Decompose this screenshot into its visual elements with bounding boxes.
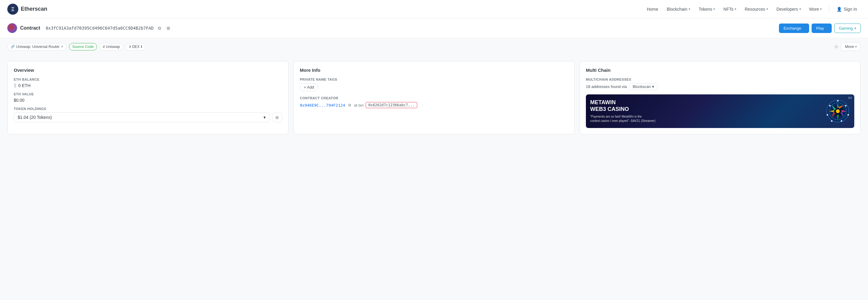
token-holdings-dropdown[interactable]: $1.04 (20 Tokens) ▾ — [14, 112, 270, 122]
nav-blockchain[interactable]: Blockchain ▾ — [663, 4, 694, 14]
tags-list: 🔗 Uniswap: Universal Router ↗ Source Cod… — [7, 43, 146, 50]
ad-label: Ad — [848, 96, 852, 100]
multichain-addresses-label: MULTICHAIN ADDRESSES — [586, 78, 854, 81]
svg-point-8 — [847, 114, 849, 116]
star-button[interactable]: ☆ — [834, 44, 838, 50]
info-icon: ℹ — [141, 45, 142, 49]
account-icon: 👤 — [837, 7, 842, 11]
svg-point-9 — [841, 120, 842, 122]
contract-action-buttons: Exchange ▾ Play ▾ Gaming ▾ — [779, 24, 861, 33]
logo[interactable]: Ξ Etherscan — [7, 4, 47, 15]
tag-uniswap-router[interactable]: 🔗 Uniswap: Universal Router ↗ — [7, 43, 66, 50]
sign-in-button[interactable]: 👤 Sign In — [833, 4, 861, 14]
tags-row: 🔗 Uniswap: Universal Router ↗ Source Cod… — [0, 38, 868, 55]
svg-point-11 — [827, 114, 828, 116]
at-txn-label: at txn — [354, 103, 364, 108]
gaming-button[interactable]: Gaming ▾ — [834, 24, 861, 33]
eth-balance-value: Ξ 0 ETH — [14, 83, 282, 88]
chevron-down-icon: ▾ — [264, 115, 266, 120]
eth-value-value: $0.00 — [14, 98, 282, 103]
grid-icon: ⊞ — [275, 115, 279, 120]
eth-value-label: ETH VALUE — [14, 92, 282, 96]
chevron-down-icon: ▾ — [826, 27, 827, 30]
multi-chain-card: Multi Chain MULTICHAIN ADDRESSES 18 addr… — [580, 61, 861, 134]
svg-point-12 — [829, 105, 831, 107]
contract-label: Contract — [20, 25, 40, 31]
contract-avatar — [7, 23, 17, 33]
nav-nfts[interactable]: NFTs ▾ — [720, 4, 740, 14]
more-button[interactable]: More ▾ — [841, 43, 861, 51]
token-holdings-label: TOKEN HOLDINGS — [14, 107, 282, 111]
ad-subtitle: "Payments are so fast! MetaWin is thecoo… — [590, 114, 823, 123]
contract-info: Contract 0x3fC91A3afd70395Cd496C647d5a6C… — [7, 23, 172, 33]
ad-banner[interactable]: Ad METAWINWEB3 CASINO "Payments are so f… — [586, 94, 854, 128]
blockscan-dropdown[interactable]: Blockscan ▾ — [629, 83, 657, 90]
svg-point-6 — [837, 100, 839, 102]
svg-point-7 — [845, 105, 847, 107]
chevron-down-icon: ▾ — [799, 7, 801, 11]
qr-code-button[interactable]: ⊞ — [165, 24, 172, 32]
ad-casino-image — [826, 99, 850, 124]
chevron-down-icon: ▾ — [820, 7, 822, 11]
multichain-row: 18 addresses found via Blockscan ▾ — [586, 83, 854, 90]
txn-hash[interactable]: 0x8262d7c12366abc7... — [366, 102, 417, 108]
creator-address-link[interactable]: 0x946E9C...794F2124 — [300, 103, 345, 108]
tag-uniswap-hash[interactable]: # Uniswap — [99, 43, 123, 50]
chevron-down-icon: ▾ — [803, 27, 805, 30]
ad-text-area: METAWINWEB3 CASINO "Payments are so fast… — [590, 99, 823, 123]
logo-text: Etherscan — [21, 6, 47, 12]
chevron-down-icon: ▾ — [652, 84, 654, 89]
token-holdings-row: $1.04 (20 Tokens) ▾ ⊞ — [14, 112, 282, 122]
copy-creator-button[interactable]: ⧉ — [347, 102, 352, 108]
private-name-tags-label: PRIVATE NAME TAGS — [300, 78, 568, 81]
svg-text:Ξ: Ξ — [11, 7, 14, 12]
contract-creator-label: CONTRACT CREATOR — [300, 96, 568, 100]
overview-title: Overview — [14, 67, 282, 73]
svg-point-5 — [836, 109, 840, 113]
tag-source-code[interactable]: Source Code — [69, 43, 97, 50]
external-link-icon: ↗ — [61, 45, 63, 48]
more-info-title: More Info — [300, 67, 568, 73]
multi-chain-title: Multi Chain — [586, 67, 854, 73]
svg-point-10 — [831, 120, 833, 122]
chevron-down-icon: ▾ — [689, 7, 690, 11]
chevron-down-icon: ▾ — [767, 7, 768, 11]
tags-actions: ☆ More ▾ — [834, 43, 861, 51]
eth-icon: Ξ — [14, 83, 17, 88]
nav-resources[interactable]: Resources ▾ — [741, 4, 772, 14]
more-info-card: More Info PRIVATE NAME TAGS + Add CONTRA… — [293, 61, 575, 134]
nav-more[interactable]: More ▾ — [806, 4, 826, 14]
eth-balance-label: ETH BALANCE — [14, 78, 282, 81]
contract-bar: Contract 0x3fC91A3afd70395Cd496C647d5a6C… — [0, 18, 868, 38]
ad-title: METAWINWEB3 CASINO — [590, 99, 823, 112]
chevron-down-icon: ▾ — [855, 45, 857, 48]
creator-row: 0x946E9C...794F2124 ⧉ at txn 0x8262d7c12… — [300, 102, 568, 108]
chevron-down-icon: ▾ — [713, 7, 715, 11]
overview-card: Overview ETH BALANCE Ξ 0 ETH ETH VALUE $… — [7, 61, 288, 134]
contract-address: 0x3fC91A3afd70395Cd496C647d5a6CC9D4B2b7F… — [46, 26, 154, 31]
nav-home[interactable]: Home — [643, 4, 662, 14]
chevron-down-icon: ▾ — [855, 27, 856, 30]
link-icon: 🔗 — [11, 45, 15, 49]
nav-tokens[interactable]: Tokens ▾ — [695, 4, 718, 14]
tag-dex-hash[interactable]: # DEX ℹ — [126, 43, 146, 50]
main-nav: Home Blockchain ▾ Tokens ▾ NFTs ▾ Resour… — [643, 4, 861, 14]
exchange-button[interactable]: Exchange ▾ — [779, 24, 809, 33]
token-icon-button[interactable]: ⊞ — [272, 113, 282, 122]
add-name-tag-button[interactable]: + Add — [300, 83, 318, 91]
nav-divider — [829, 5, 829, 13]
main-content: Overview ETH BALANCE Ξ 0 ETH ETH VALUE $… — [0, 55, 868, 140]
copy-address-button[interactable]: ⧉ — [157, 24, 162, 32]
header: Ξ Etherscan Home Blockchain ▾ Tokens ▾ N… — [0, 0, 868, 18]
play-button[interactable]: Play ▾ — [812, 24, 832, 33]
chevron-down-icon: ▾ — [735, 7, 736, 11]
logo-icon: Ξ — [7, 4, 18, 15]
nav-developers[interactable]: Developers ▾ — [773, 4, 805, 14]
